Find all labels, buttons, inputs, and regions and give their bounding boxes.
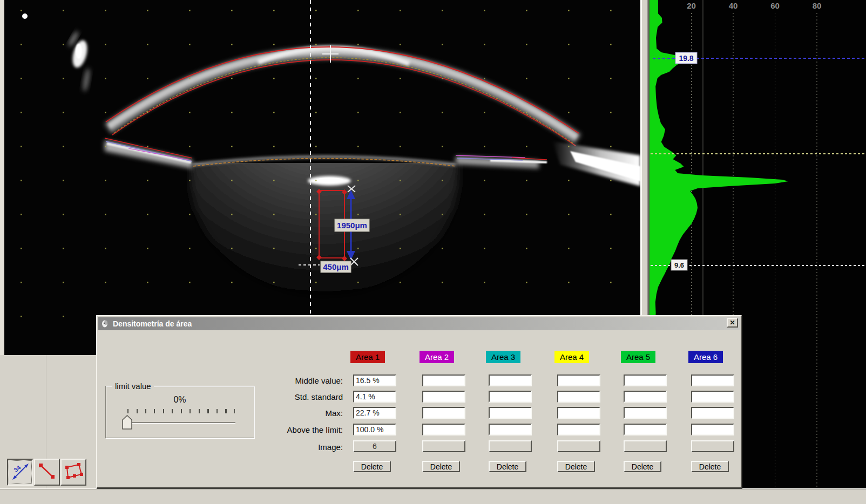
std-field[interactable] [422, 391, 465, 403]
std-field[interactable]: 4.1 % [353, 391, 396, 403]
middle-value-field[interactable] [691, 374, 734, 386]
middle-value-field[interactable]: 16.5 % [353, 374, 396, 386]
image-number-button[interactable] [557, 440, 600, 452]
max-field[interactable] [422, 407, 465, 419]
app-window: 1950μm 450μm 20406080 19.8 9.6 [0, 0, 866, 504]
delete-button[interactable]: Delete [624, 461, 661, 472]
area-header: Area 2 [420, 351, 454, 363]
slider-tick-marks [127, 409, 235, 413]
scheimpflug-image: 1950μm 450μm [4, 0, 640, 355]
delete-button[interactable]: Delete [422, 461, 460, 472]
row-label-image: Image: [224, 442, 343, 452]
svg-text:80: 80 [813, 1, 822, 10]
limit-slider-thumb[interactable] [122, 415, 132, 430]
max-field[interactable] [691, 407, 734, 419]
max-field[interactable]: 22.7 % [353, 407, 396, 419]
distance-measure-tool-button[interactable]: 34 [7, 459, 33, 486]
distance-measure-icon: 34 [10, 461, 31, 482]
scheimpflug-image-panel: 1950μm 450μm [4, 0, 640, 355]
image-number-button[interactable] [489, 440, 532, 452]
limit-group-label: limit value [112, 382, 154, 391]
max-field[interactable] [624, 407, 667, 419]
std-field[interactable] [624, 391, 667, 403]
middle-value-field[interactable] [557, 374, 600, 386]
calibration-dot-grid [21, 5, 631, 340]
marker-value-bottom-text: 9.6 [674, 261, 684, 269]
area-column-5: Area 5 Delete [621, 316, 669, 489]
dialog-icon [101, 319, 110, 328]
svg-text:40: 40 [729, 1, 738, 10]
area-tool-button[interactable] [60, 459, 86, 486]
area-column-3: Area 3 Delete [486, 316, 535, 489]
max-field[interactable] [489, 407, 532, 419]
marker-value-top-text: 19.8 [679, 54, 693, 63]
dialog-title: Densitometría de área [113, 319, 192, 328]
above-limit-field[interactable] [691, 424, 734, 435]
reference-dot [22, 13, 28, 19]
image-number-button[interactable]: 6 [353, 440, 396, 452]
delete-button[interactable]: Delete [353, 461, 391, 472]
above-limit-field[interactable] [422, 424, 465, 435]
line-tool-icon [36, 461, 58, 482]
svg-text:60: 60 [770, 1, 780, 10]
image-number-button[interactable] [624, 440, 667, 452]
area-header: Area 4 [554, 351, 589, 363]
area-tool-icon [63, 461, 84, 482]
area-column-2: Area 2 Delete [420, 316, 468, 489]
middle-value-field[interactable] [422, 374, 465, 386]
densitometry-dialog: Densitometría de área ✕ limit value 0% M… [96, 315, 742, 488]
image-number-button[interactable] [691, 440, 734, 452]
std-field[interactable] [489, 391, 532, 403]
area-header: Area 1 [350, 351, 385, 363]
middle-value-field[interactable] [489, 374, 532, 386]
max-field[interactable] [557, 407, 600, 419]
above-limit-field[interactable]: 100.0 % [353, 424, 396, 435]
svg-text:20: 20 [687, 1, 696, 10]
area-header: Area 6 [688, 351, 723, 363]
delete-button[interactable]: Delete [557, 461, 595, 472]
line-tool-button[interactable] [34, 459, 60, 486]
delete-button[interactable]: Delete [489, 461, 526, 472]
above-limit-field[interactable] [557, 424, 600, 435]
area-header: Area 5 [621, 351, 655, 363]
above-limit-field[interactable] [489, 424, 532, 435]
row-label-above-limit: Above the límit: [224, 425, 343, 435]
row-label-middle-value: Middle value: [224, 376, 343, 386]
limit-slider-track[interactable] [132, 422, 235, 424]
area-header: Area 3 [486, 351, 520, 363]
row-label-std: Std. standard [224, 392, 343, 402]
row-label-max: Max: [224, 408, 343, 418]
width-measure-label[interactable]: 450μm [321, 261, 351, 273]
std-field[interactable] [691, 391, 734, 403]
above-limit-field[interactable] [624, 424, 667, 435]
depth-measure-label[interactable]: 1950μm [335, 219, 369, 231]
area-column-1: Area 1 16.5 % 4.1 % 22.7 % 100.0 % 6 Del… [350, 316, 399, 489]
middle-value-field[interactable] [624, 374, 667, 386]
marker-value-top[interactable]: 19.8 [675, 52, 697, 64]
area-column-6: Area 6 Delete [688, 316, 737, 489]
width-measure-text: 450μm [323, 262, 349, 271]
depth-measure-text: 1950μm [337, 221, 367, 230]
delete-button[interactable]: Delete [691, 461, 729, 472]
area-column-4: Area 4 Delete [554, 316, 603, 489]
marker-value-bottom[interactable]: 9.6 [671, 260, 687, 270]
status-bar [0, 488, 866, 504]
image-number-button[interactable] [422, 440, 465, 452]
std-field[interactable] [557, 391, 600, 403]
